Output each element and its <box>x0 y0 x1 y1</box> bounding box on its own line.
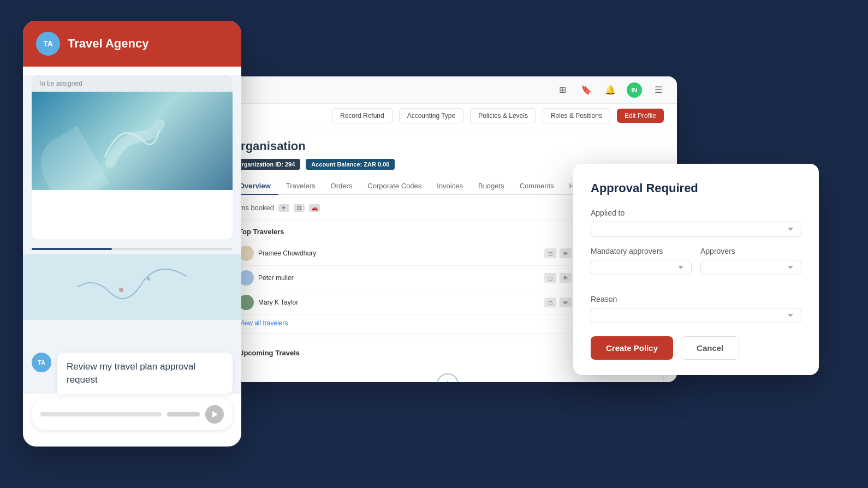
hotel-icon-small: ⊡ <box>294 204 305 212</box>
reason-group: Reason <box>591 295 801 323</box>
mobile-content: To be assigned TA Review my travel plan … <box>23 75 241 394</box>
travelers-section: Top Travelers Pramee Chowdhury ◻ 👁 Peter… <box>231 221 579 334</box>
mobile-card-image <box>32 92 233 190</box>
record-refund-btn[interactable]: Record Refund <box>332 108 393 123</box>
approvers-select[interactable] <box>700 260 801 275</box>
accounting-type-btn[interactable]: Accounting Type <box>399 108 464 123</box>
approvers-chevron <box>788 266 793 269</box>
mandatory-approvers-chevron <box>678 266 683 269</box>
approvers-row: Mandatory approvers Approvers <box>591 247 801 285</box>
org-id-badge: Organization ID: 294 <box>231 159 300 170</box>
mobile-nav-bar <box>32 248 233 250</box>
send-icon <box>212 411 218 418</box>
org-title: Organisation <box>231 139 664 153</box>
input-placeholder <box>40 412 162 416</box>
dashboard-topbar: ⊞ 🔖 🔔 IN ☰ <box>218 76 677 104</box>
svg-point-0 <box>119 288 123 292</box>
modal-title: Approval Required <box>591 181 801 195</box>
modal-actions: Create Policy Cancel <box>591 336 801 360</box>
applied-to-chevron <box>788 228 793 231</box>
traveler-actions-3: ◻ 👁 <box>544 297 572 307</box>
send-button[interactable] <box>205 405 224 424</box>
traveler-actions-2: ◻ 👁 <box>544 273 572 283</box>
traveler-name-1: Pramee Chowdhury <box>258 249 540 257</box>
mobile-card-status: To be assigned <box>32 75 233 92</box>
traveler-message-icon-3[interactable]: ◻ <box>544 297 556 307</box>
action-bar: Record Refund Accounting Type Policies &… <box>218 104 677 128</box>
car-icon-small: 🚗 <box>309 204 320 212</box>
traveler-eye-icon-2[interactable]: 👁 <box>560 273 572 283</box>
create-policy-button[interactable]: Create Policy <box>591 336 673 360</box>
mandatory-approvers-select[interactable] <box>591 260 692 275</box>
plane-icon: ✈ <box>437 373 459 382</box>
traveler-message-icon-2[interactable]: ◻ <box>544 273 556 283</box>
reason-label: Reason <box>591 295 801 303</box>
top-travelers-title: Top Travelers <box>239 228 572 236</box>
grid-icon[interactable]: ⊞ <box>555 82 570 98</box>
chat-message-text: Review my travel plan approval request <box>67 361 195 385</box>
tab-budgets[interactable]: Budgets <box>471 177 512 194</box>
mobile-title: Travel Agency <box>68 37 148 51</box>
mobile-map <box>23 254 241 320</box>
mandatory-approvers-group: Mandatory approvers <box>591 247 692 285</box>
tab-invoices[interactable]: Invoices <box>429 177 471 194</box>
cancel-button[interactable]: Cancel <box>681 336 739 360</box>
account-balance-badge: Account Balance: ZAR 0.00 <box>306 159 395 170</box>
bookmark-icon[interactable]: 🔖 <box>579 82 594 98</box>
mobile-input-bar[interactable] <box>32 398 233 430</box>
mobile-chat-area: TA Review my travel plan approval reques… <box>32 353 233 394</box>
flight-icon-small: ✈ <box>278 204 289 212</box>
edit-profile-btn[interactable]: Edit Profile <box>617 109 664 123</box>
roles-positions-btn[interactable]: Roles & Positions <box>543 108 610 123</box>
approvers-label: Approvers <box>700 247 801 255</box>
upcoming-travels-title: Upcoming Travels <box>239 349 300 357</box>
tab-corporate-codes[interactable]: Corporate Codes <box>360 177 429 194</box>
traveler-eye-icon-3[interactable]: 👁 <box>560 297 572 307</box>
traveler-message-icon-1[interactable]: ◻ <box>544 248 556 258</box>
mobile-content-card: To be assigned <box>32 75 233 239</box>
approvers-group: Approvers <box>700 247 801 285</box>
user-avatar-topbar[interactable]: IN <box>627 82 642 98</box>
traveler-row-2: Peter muller ◻ 👁 <box>239 266 572 290</box>
input-placeholder-short <box>167 412 200 416</box>
chat-user-avatar: TA <box>32 353 51 372</box>
mobile-header: TA Travel Agency <box>23 21 241 67</box>
chat-message-bubble: Review my travel plan approval request <box>57 353 233 394</box>
tab-travelers[interactable]: Travelers <box>278 177 323 194</box>
reason-chevron <box>788 314 793 317</box>
menu-icon[interactable]: ☰ <box>651 82 666 98</box>
svg-point-1 <box>147 277 150 281</box>
applied-to-select[interactable] <box>591 222 801 237</box>
traveler-eye-icon-1[interactable]: 👁 <box>560 248 572 258</box>
traveler-name-3: Mary K Taylor <box>258 299 540 306</box>
mobile-chat-card: TA Travel Agency To be assigned TA <box>23 21 241 447</box>
mobile-avatar: TA <box>36 32 60 56</box>
traveler-row-1: Pramee Chowdhury ◻ 👁 <box>239 241 572 266</box>
applied-to-group: Applied to <box>591 209 801 237</box>
traveler-actions-1: ◻ 👁 <box>544 248 572 258</box>
approval-modal: Approval Required Applied to Mandatory a… <box>573 164 819 375</box>
policies-levels-btn[interactable]: Policies & Levels <box>470 108 536 123</box>
bell-icon[interactable]: 🔔 <box>603 82 618 98</box>
tab-comments[interactable]: Comments <box>512 177 562 194</box>
applied-to-label: Applied to <box>591 209 801 217</box>
traveler-row-3: Mary K Taylor ◻ 👁 <box>239 290 572 315</box>
mandatory-approvers-label: Mandatory approvers <box>591 247 692 255</box>
tab-orders[interactable]: Orders <box>323 177 360 194</box>
reason-select[interactable] <box>591 308 801 323</box>
view-all-travelers-link[interactable]: View all travelers <box>239 315 572 327</box>
traveler-name-2: Peter muller <box>258 274 540 282</box>
